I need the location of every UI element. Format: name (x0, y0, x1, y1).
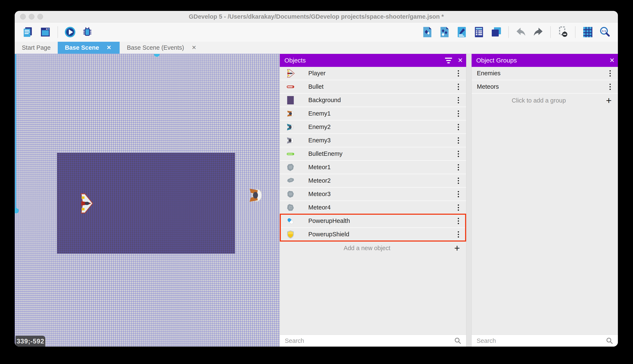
toolbar-divider (575, 26, 575, 38)
object-row[interactable]: Meteor3 (280, 188, 466, 201)
row-label: Meteor2 (308, 177, 457, 184)
redo-icon[interactable] (531, 25, 545, 39)
instances-list-icon[interactable] (472, 25, 486, 39)
toolbar-divider (58, 26, 58, 38)
object-row[interactable]: Meteor2 (280, 174, 466, 188)
objects-list: PlayerBulletBackgroundEnemy1Enemy2Enemy3… (280, 67, 466, 241)
row-menu-icon[interactable] (457, 203, 460, 212)
row-menu-icon[interactable] (457, 190, 460, 198)
row-label: PowerupShield (308, 231, 457, 238)
main-toolbar: 1:1 (15, 22, 618, 42)
svg-text:1:1: 1:1 (602, 29, 606, 32)
row-label: Player (308, 70, 457, 77)
tab-base-scene[interactable]: Base Scene ✕ (58, 42, 120, 54)
row-menu-icon[interactable] (457, 163, 460, 172)
minimize-window-button[interactable] (29, 14, 35, 20)
objects-search-bar (280, 335, 466, 346)
row-menu-icon[interactable] (457, 123, 460, 132)
scene-editor-icon[interactable] (38, 25, 53, 39)
tab-start-page[interactable]: Start Page (15, 42, 58, 54)
row-label: Meteor4 (308, 204, 457, 211)
background-icon (286, 96, 295, 105)
close-window-button[interactable] (20, 14, 26, 20)
row-label: Bullet (308, 83, 457, 90)
object-row[interactable]: PowerupShield (280, 228, 466, 241)
row-label: Meteor1 (308, 164, 457, 171)
enemy2-icon (286, 123, 295, 132)
add-object-row[interactable]: Add a new object + (280, 241, 466, 255)
objects-panel: Objects ✕ PlayerBulletBackgroundEnemy1En… (279, 54, 466, 346)
tab-label: Base Scene (Events) (127, 44, 184, 51)
scene-canvas[interactable]: 339;-592 (15, 54, 279, 346)
row-menu-icon[interactable] (457, 150, 460, 158)
object-row[interactable]: PowerupHealth (280, 214, 466, 228)
object-row[interactable]: Enemy1 (280, 107, 466, 120)
meteor-c-icon (286, 190, 295, 198)
layers-icon[interactable] (489, 25, 503, 39)
row-menu-icon[interactable] (457, 69, 460, 78)
row-menu-icon[interactable] (457, 96, 460, 105)
toolbar-left-group (21, 25, 94, 39)
row-menu-icon[interactable] (608, 82, 612, 91)
group-row[interactable]: Meteors (472, 80, 618, 94)
play-icon[interactable] (63, 25, 77, 39)
titlebar: GDevelop 5 - /Users/dkarakay/Documents/G… (15, 11, 618, 22)
undo-icon[interactable] (514, 25, 528, 39)
window-mask-icon[interactable] (556, 25, 570, 39)
meteor-b-icon (286, 176, 295, 185)
cursor-coordinates: 339;-592 (16, 336, 45, 346)
maximize-window-button[interactable] (37, 14, 43, 20)
row-menu-icon[interactable] (457, 109, 460, 118)
close-panel-icon[interactable]: ✕ (606, 54, 618, 66)
bullet-icon (286, 82, 295, 91)
group-row[interactable]: Enemies (472, 67, 618, 80)
objects-search-input[interactable] (284, 337, 451, 344)
tab-label: Start Page (22, 44, 51, 51)
row-menu-icon[interactable] (457, 176, 460, 185)
object-row[interactable]: Enemy2 (280, 120, 466, 134)
window-mask-top-handle[interactable] (154, 54, 160, 57)
row-menu-icon[interactable] (608, 69, 612, 78)
window-title: GDevelop 5 - /Users/dkarakay/Documents/G… (15, 13, 618, 20)
add-object-label: Add a new object (280, 245, 454, 252)
panel-divider[interactable] (466, 54, 472, 346)
row-menu-icon[interactable] (457, 230, 460, 239)
close-panel-icon[interactable]: ✕ (454, 54, 466, 66)
row-label: Meteors (477, 83, 608, 90)
filter-list-icon (445, 58, 452, 63)
row-menu-icon[interactable] (457, 136, 460, 145)
grid-icon[interactable] (580, 25, 595, 39)
add-group-row[interactable]: Click to add a group + (472, 94, 618, 107)
panel-title: Object Groups (476, 57, 606, 64)
object-row[interactable]: Meteor4 (280, 201, 466, 214)
enemy1-icon (286, 109, 295, 118)
groups-search-input[interactable] (476, 337, 603, 344)
search-icon (606, 337, 613, 344)
project-manager-icon[interactable] (21, 25, 35, 39)
object-row[interactable]: Enemy3 (280, 134, 466, 148)
row-menu-icon[interactable] (457, 216, 460, 226)
search-icon (454, 337, 462, 344)
player-instance[interactable] (79, 193, 93, 214)
debug-icon[interactable] (80, 25, 94, 39)
meteor-a-icon (286, 163, 295, 172)
edit-scene-properties-icon[interactable] (455, 25, 469, 39)
window-mask-left-handle[interactable] (15, 208, 19, 214)
close-tab-icon[interactable]: ✕ (105, 44, 113, 51)
tab-base-scene-events[interactable]: Base Scene (Events) ✕ (120, 42, 205, 54)
object-row[interactable]: Meteor1 (280, 161, 466, 174)
enemy1-instance[interactable] (248, 185, 263, 205)
object-row[interactable]: Player (280, 67, 466, 80)
objects-list-icon[interactable] (437, 25, 452, 39)
row-menu-icon[interactable] (457, 82, 460, 91)
filter-icon[interactable] (443, 54, 454, 66)
object-row[interactable]: BulletEnemy (280, 148, 466, 161)
object-row[interactable]: Background (280, 94, 466, 107)
object-row[interactable]: Bullet (280, 80, 466, 94)
object-groups-panel-header: Object Groups ✕ (472, 54, 618, 67)
toolbar-right-group: 1:1 (420, 25, 612, 39)
object-groups-panel: Object Groups ✕ EnemiesMeteors Click to … (472, 54, 618, 346)
object-icon[interactable] (420, 25, 434, 39)
close-tab-icon[interactable]: ✕ (190, 44, 198, 51)
zoom-1-1-icon[interactable]: 1:1 (598, 25, 612, 39)
